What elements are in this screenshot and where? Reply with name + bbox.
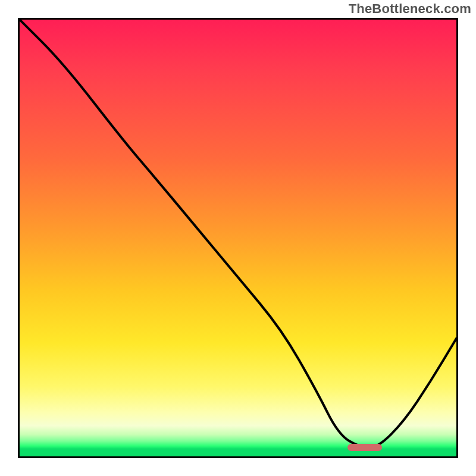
chart-curve-svg xyxy=(20,20,456,456)
bottleneck-curve xyxy=(20,20,456,447)
optimal-range-marker xyxy=(347,444,383,451)
chart-plot-area xyxy=(18,18,458,458)
watermark-text: TheBottleneck.com xyxy=(349,1,471,17)
